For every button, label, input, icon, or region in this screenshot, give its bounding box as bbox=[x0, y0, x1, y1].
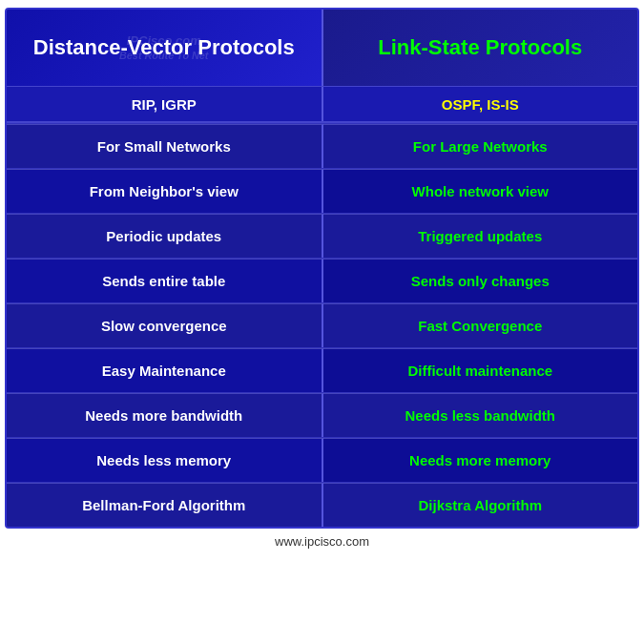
footer-url: www.ipcisco.com bbox=[275, 534, 369, 549]
table-row: For Small NetworksFor Large Networks bbox=[7, 123, 637, 168]
table-row: Needs less memoryNeeds more memory bbox=[7, 437, 637, 482]
data-cell-right: Sends only changes bbox=[323, 259, 638, 302]
data-cell-left: Slow convergence bbox=[7, 303, 323, 347]
data-cell-left: Easy Maintenance bbox=[7, 348, 323, 392]
data-cell-left: Needs more bandwidth bbox=[7, 393, 323, 437]
data-cell-right: For Large Networks bbox=[323, 124, 638, 168]
data-cell-right: Needs more memory bbox=[323, 438, 638, 482]
table-row: Easy MaintenanceDifficult maintenance bbox=[7, 347, 637, 392]
table-row: Periodic updatesTriggered updates bbox=[7, 213, 637, 258]
header-right: Link-State Protocols bbox=[323, 10, 638, 86]
header-right-title: Link-State Protocols bbox=[378, 35, 582, 60]
data-cell-left: Periodic updates bbox=[7, 214, 323, 258]
header-left-title: Distance-Vector Protocols bbox=[33, 35, 295, 60]
data-cell-left: For Small Networks bbox=[7, 124, 323, 168]
data-cell-left: Bellman-Ford Algorithm bbox=[7, 483, 323, 527]
table-row: Slow convergenceFast Convergence bbox=[7, 302, 637, 347]
data-cell-left: Needs less memory bbox=[7, 438, 323, 482]
footer: www.ipcisco.com bbox=[0, 529, 644, 552]
header-row: Distance-Vector Protocols IPCisco.comBes… bbox=[7, 10, 637, 86]
data-cell-right: Whole network view bbox=[323, 169, 638, 213]
data-cell-right: Triggered updates bbox=[323, 214, 638, 258]
table-row: Needs more bandwidthNeeds less bandwidth bbox=[7, 392, 637, 437]
subtitle-right-text: OSPF, IS-IS bbox=[442, 96, 519, 113]
data-cell-right: Difficult maintenance bbox=[323, 348, 638, 392]
data-cell-right: Dijkstra Algorithm bbox=[323, 483, 638, 527]
comparison-table: Distance-Vector Protocols IPCisco.comBes… bbox=[5, 8, 639, 529]
data-cell-right: Fast Convergence bbox=[323, 303, 638, 347]
table-row: From Neighbor's viewWhole network view bbox=[7, 168, 637, 213]
data-rows-container: For Small NetworksFor Large NetworksFrom… bbox=[7, 123, 637, 527]
table-row: Bellman-Ford AlgorithmDijkstra Algorithm bbox=[7, 482, 637, 527]
table-row: Sends entire tableSends only changes bbox=[7, 258, 637, 302]
subtitle-right: OSPF, IS-IS bbox=[323, 87, 638, 121]
header-left: Distance-Vector Protocols IPCisco.comBes… bbox=[7, 10, 323, 86]
subtitle-left: RIP, IGRP bbox=[7, 87, 323, 121]
data-cell-left: Sends entire table bbox=[7, 259, 323, 302]
data-cell-right: Needs less bandwidth bbox=[323, 393, 638, 437]
subtitle-row: RIP, IGRP OSPF, IS-IS bbox=[7, 86, 637, 123]
data-cell-left: From Neighbor's view bbox=[7, 169, 323, 213]
subtitle-left-text: RIP, IGRP bbox=[132, 96, 197, 113]
